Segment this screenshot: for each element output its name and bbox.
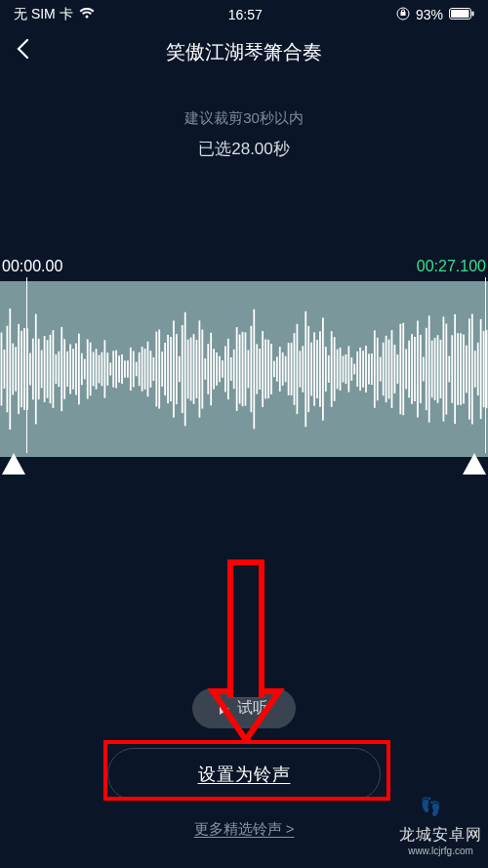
svg-rect-123 <box>343 355 345 382</box>
svg-rect-19 <box>44 336 46 402</box>
svg-rect-104 <box>288 343 290 395</box>
watermark-url: www.lcjrfg.com <box>399 846 482 856</box>
svg-rect-162 <box>454 314 456 424</box>
svg-rect-125 <box>347 346 349 392</box>
preview-button[interactable]: 试听 <box>192 688 296 728</box>
svg-rect-60 <box>161 351 163 387</box>
svg-rect-163 <box>457 333 459 405</box>
orientation-lock-icon <box>396 7 410 23</box>
svg-rect-97 <box>267 340 269 398</box>
waveform[interactable] <box>0 281 488 457</box>
svg-rect-53 <box>142 347 143 392</box>
svg-rect-117 <box>325 347 327 392</box>
svg-rect-7 <box>9 309 11 430</box>
svg-rect-114 <box>316 340 318 398</box>
svg-rect-14 <box>29 353 31 386</box>
svg-rect-116 <box>322 317 324 420</box>
svg-rect-152 <box>426 328 427 410</box>
svg-rect-115 <box>319 331 321 406</box>
svg-rect-92 <box>253 310 255 430</box>
svg-rect-34 <box>87 339 89 398</box>
svg-rect-144 <box>402 323 404 415</box>
status-time: 16:57 <box>228 7 263 22</box>
svg-rect-136 <box>380 357 382 382</box>
waveform-svg <box>0 281 488 457</box>
svg-rect-57 <box>152 357 154 381</box>
svg-rect-161 <box>451 335 453 402</box>
svg-rect-68 <box>184 312 186 427</box>
svg-rect-141 <box>394 345 396 393</box>
svg-rect-98 <box>270 344 272 394</box>
more-ringtones-link[interactable]: 更多精选铃声 > <box>0 820 488 839</box>
svg-rect-89 <box>245 332 247 405</box>
tips-section: 建议裁剪30秒以内 已选28.00秒 <box>0 109 488 160</box>
svg-rect-140 <box>391 330 393 408</box>
svg-rect-15 <box>32 339 34 400</box>
svg-rect-93 <box>256 344 258 393</box>
svg-rect-47 <box>124 360 126 377</box>
svg-rect-77 <box>210 333 212 406</box>
svg-rect-102 <box>282 352 284 386</box>
svg-rect-54 <box>144 349 146 390</box>
svg-rect-64 <box>173 320 175 417</box>
svg-rect-124 <box>346 354 347 384</box>
svg-rect-10 <box>18 324 20 414</box>
svg-rect-29 <box>72 349 74 390</box>
svg-rect-96 <box>264 340 266 399</box>
trim-handle-right[interactable] <box>463 453 486 475</box>
svg-rect-18 <box>41 351 43 389</box>
svg-rect-52 <box>139 352 141 386</box>
svg-rect-169 <box>474 351 476 388</box>
svg-rect-150 <box>420 335 422 403</box>
svg-rect-30 <box>75 344 77 395</box>
svg-rect-159 <box>445 323 447 414</box>
svg-rect-132 <box>368 353 370 384</box>
header: 笑傲江湖琴箫合奏 <box>0 29 488 74</box>
svg-rect-138 <box>386 336 387 402</box>
svg-rect-43 <box>112 351 114 387</box>
svg-rect-88 <box>242 332 244 406</box>
svg-rect-134 <box>374 330 376 407</box>
svg-rect-122 <box>340 348 342 391</box>
svg-rect-143 <box>399 324 401 415</box>
svg-rect-61 <box>164 343 166 395</box>
svg-rect-147 <box>411 334 413 404</box>
svg-rect-71 <box>193 334 195 404</box>
svg-rect-128 <box>356 351 358 387</box>
svg-rect-111 <box>307 326 309 412</box>
svg-rect-139 <box>388 340 390 399</box>
svg-rect-63 <box>170 337 172 401</box>
svg-rect-49 <box>130 348 132 391</box>
battery-text: 93% <box>416 7 443 22</box>
svg-rect-103 <box>285 356 287 383</box>
start-time: 00:00.00 <box>2 258 62 275</box>
svg-rect-121 <box>337 350 339 390</box>
svg-rect-156 <box>437 335 439 403</box>
svg-rect-129 <box>359 348 361 391</box>
svg-rect-41 <box>106 352 108 386</box>
svg-rect-25 <box>61 327 62 411</box>
svg-rect-112 <box>310 343 312 396</box>
svg-rect-81 <box>222 360 224 378</box>
svg-rect-38 <box>99 355 101 384</box>
svg-rect-160 <box>448 356 450 383</box>
svg-rect-91 <box>250 326 252 412</box>
svg-rect-50 <box>133 351 135 388</box>
audio-editor: 00:00.00 00:27.100 <box>0 258 488 492</box>
svg-rect-17 <box>38 339 40 399</box>
svg-rect-109 <box>302 346 304 392</box>
svg-rect-83 <box>227 339 229 399</box>
set-ringtone-button[interactable]: 设置为铃声 <box>107 748 381 801</box>
back-button[interactable] <box>16 38 45 65</box>
svg-rect-110 <box>305 311 306 427</box>
trim-handle-left[interactable] <box>2 453 25 475</box>
svg-rect-133 <box>371 353 373 385</box>
svg-rect-145 <box>405 349 407 389</box>
svg-rect-59 <box>158 329 160 408</box>
svg-rect-126 <box>350 357 352 381</box>
svg-rect-164 <box>460 333 462 405</box>
preview-label: 试听 <box>237 698 268 719</box>
svg-rect-75 <box>204 358 206 380</box>
svg-rect-36 <box>93 352 95 387</box>
action-area: 试听 设置为铃声 更多精选铃声 > <box>0 688 488 839</box>
